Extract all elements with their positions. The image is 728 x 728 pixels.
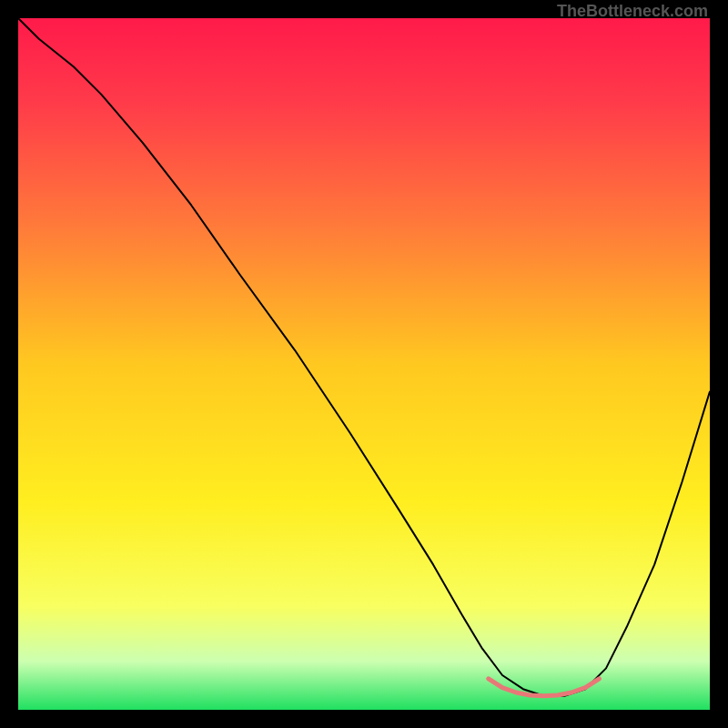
gradient-background <box>18 18 710 710</box>
chart-container: TheBottleneck.com <box>0 0 728 728</box>
watermark-text: TheBottleneck.com <box>557 2 708 21</box>
plot-area <box>18 18 710 710</box>
chart-svg <box>18 18 710 710</box>
